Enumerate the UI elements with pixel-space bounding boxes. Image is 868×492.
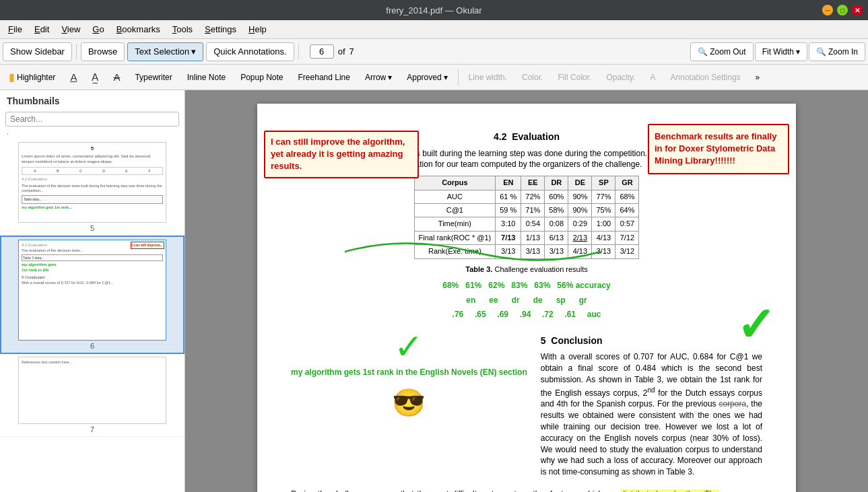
zoom-controls: 🔍 Zoom Out Fit Width ▾ 🔍 Zoom In [690, 42, 865, 61]
color-button[interactable]: Color. [516, 68, 549, 87]
text-format-icon: A [650, 73, 656, 82]
quick-annotations-button[interactable]: Quick Annotations. [206, 42, 294, 61]
underline-button[interactable]: A [64, 68, 83, 87]
accuracy-annotation: 68% 61% 62% 83% 63% 56% accuracy en ee d… [291, 279, 762, 322]
approved-button[interactable]: Approved ▾ [401, 68, 453, 87]
line-width-label: Line width. [469, 73, 507, 82]
table-row-3: Final rank(ROC * @1)7/131/136/132/134/13… [414, 231, 639, 244]
table-cell-0-4: 90% [568, 190, 592, 203]
highlighter-icon: ▮ [9, 71, 15, 83]
content-area[interactable]: I can still improve the algorithm, yet a… [185, 90, 868, 492]
more-button[interactable]: » [749, 68, 766, 87]
table-cell-2-5: 1:00 [592, 217, 615, 231]
menu-tools[interactable]: Tools [167, 23, 198, 36]
annotation-box-4: Benchmark results are finally in for Dox… [648, 124, 789, 174]
maximize-button[interactable]: □ [837, 5, 848, 15]
table-cell-2-3: 0:08 [545, 217, 568, 231]
toolbar-separator-2 [298, 44, 299, 60]
emoji-hearts: 😍 [725, 489, 762, 492]
minimize-button[interactable]: ─ [822, 5, 833, 15]
quick-annotations-label: Quick Annotations. [213, 46, 286, 57]
menu-view[interactable]: View [56, 23, 86, 36]
sidebar: Thumbnails . 5 Lorem ipsum dolor sit ame… [0, 90, 185, 492]
thumbnail-6[interactable]: 4.2 Evaluation The evaluation of the dec… [0, 236, 185, 354]
typewriter-button[interactable]: Typewriter [129, 68, 178, 87]
table-cell-4-3: 3/13 [545, 245, 568, 258]
sidebar-title: Thumbnails [0, 90, 185, 109]
table-cell-4-5: 3/13 [592, 245, 615, 258]
table-cell-1-5: 75% [592, 203, 615, 217]
conclusion-section: 5 Conclusion With a overall scores of 0.… [541, 329, 762, 482]
table-cell-3-5: 4/13 [592, 231, 615, 244]
show-sidebar-button[interactable]: Show Sidebar [3, 42, 72, 61]
text-selection-button[interactable]: Text Selection ▾ [127, 42, 203, 61]
table-cell-2-1: 3:10 [496, 217, 521, 231]
menu-bookmarks[interactable]: Bookmarks [111, 23, 166, 36]
strikeout-button[interactable]: A [107, 68, 126, 87]
evaluation-table: Corpus EN EE DR DE SP GR AUC61 %72%60%90… [414, 176, 640, 258]
menu-file[interactable]: File [3, 23, 28, 36]
show-sidebar-label: Show Sidebar [10, 46, 65, 57]
text-format-button[interactable]: A [644, 68, 662, 87]
thumbnail-7[interactable]: References text content here... 7 [0, 354, 185, 437]
section5-heading: 5 Conclusion [541, 335, 762, 348]
annotation-1-text: I can still improve the algorithm, yet a… [271, 137, 405, 171]
table-cell-4-4: 4/13 [568, 245, 592, 258]
table-row-1: C@159 %71%58%90%75%64% [414, 203, 639, 217]
table-header-de: DE [568, 176, 592, 190]
toolbar-separator-1 [76, 44, 77, 60]
underline-icon: A [70, 71, 77, 83]
thumbnail-5[interactable]: 5 Lorem ipsum dolor sit amet, consectetu… [0, 139, 185, 236]
opacity-button[interactable]: Opacity. [600, 68, 641, 87]
zoom-in-button[interactable]: 🔍 Zoom In [809, 42, 865, 61]
popup-note-button[interactable]: Popup Note [234, 68, 289, 87]
squiggly-button[interactable]: A̲ [86, 68, 104, 87]
page-navigation: of 7 [310, 44, 354, 59]
zoom-out-button[interactable]: 🔍 Zoom Out [690, 42, 753, 61]
table-cell-1-1: 59 % [496, 203, 521, 217]
table-cell-4-2: 3/13 [521, 245, 545, 258]
thumbnail-7-label: 7 [90, 425, 94, 433]
checkmark-2-icon: ✓ [736, 292, 776, 358]
annotation-settings-label: Annotation Settings [671, 73, 741, 82]
menu-edit[interactable]: Edit [29, 23, 55, 36]
fit-width-button[interactable]: Fit Width ▾ [755, 42, 807, 61]
algo-text: my algorithm gets 1st rank in the Englis… [291, 367, 527, 378]
page-number-input[interactable] [310, 44, 334, 59]
thumbnail-7-image: References text content here... [18, 357, 166, 424]
conclusion-para-2: During the challenge we saw that the mos… [291, 489, 719, 492]
annotation-4-text: Benchmark results are finally in for Dox… [655, 131, 776, 166]
table-cell-3-3: 6/13 [545, 231, 568, 244]
menu-go[interactable]: Go [87, 23, 109, 36]
search-input[interactable] [5, 112, 179, 127]
browse-button[interactable]: Browse [81, 42, 125, 61]
thumbnail-6-label: 6 [90, 342, 94, 350]
table-header-ee: EE [521, 176, 545, 190]
close-button[interactable]: ✕ [852, 5, 863, 15]
annotation-settings-button[interactable]: Annotation Settings [665, 68, 747, 87]
inline-note-button[interactable]: Inline Note [181, 68, 232, 87]
table-row-4: Rank(Exe. time)3/133/133/134/133/133/12 [414, 245, 639, 258]
highlighter-label: Highlighter [17, 73, 55, 82]
table-caption: Table 3. Challenge evaluation results [291, 265, 762, 275]
popup-note-label: Popup Note [240, 73, 283, 82]
line-width-button[interactable]: Line width. [463, 68, 513, 87]
table-cell-1-0: C@1 [414, 203, 496, 217]
thumbnail-5-label: 5 [90, 224, 94, 232]
freehand-line-button[interactable]: Freehand Line [292, 68, 356, 87]
highlighter-button[interactable]: ▮ Highlighter [3, 68, 61, 87]
menu-help[interactable]: Help [243, 23, 272, 36]
zoom-out-label: Zoom Out [710, 47, 745, 57]
table-cell-3-4: 2/13 [568, 231, 592, 244]
fill-color-button[interactable]: Fill Color. [552, 68, 597, 87]
table-cell-0-1: 61 % [496, 190, 521, 203]
arrow-button[interactable]: Arrow ▾ [359, 68, 398, 87]
opacity-label: Opacity. [606, 73, 635, 82]
thumbnail-6-image: 4.2 Evaluation The evaluation of the dec… [18, 240, 166, 341]
toolbar2: ▮ Highlighter A A̲ A Typewriter Inline N… [0, 65, 868, 90]
section5-number: 5 [541, 335, 546, 346]
table-header-gr: GR [615, 176, 639, 190]
sidebar-scroll[interactable]: 5 Lorem ipsum dolor sit amet, consectetu… [0, 139, 185, 492]
zoom-out-icon: 🔍 [698, 47, 708, 57]
menu-settings[interactable]: Settings [199, 23, 242, 36]
